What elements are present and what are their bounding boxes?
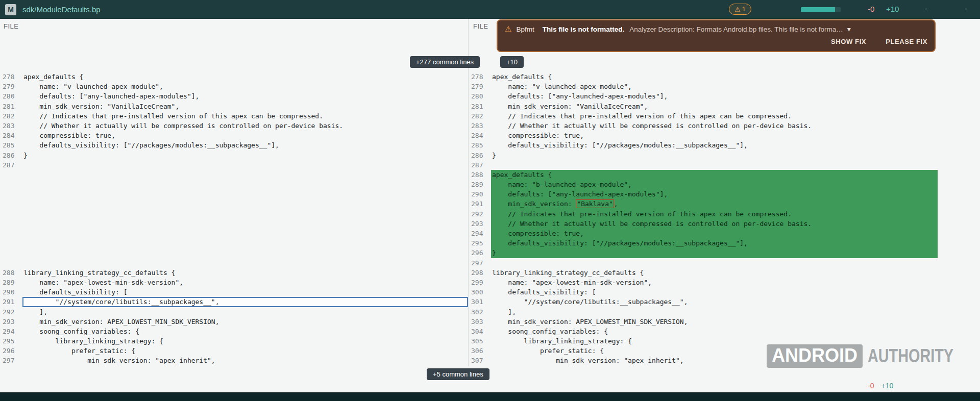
chevron-down-icon[interactable]: ▾ [847,25,851,33]
nav-control-right[interactable]: - [965,4,967,13]
line-number[interactable]: 299 [469,278,491,287]
code-line[interactable]: } [491,248,938,258]
line-number[interactable]: 279 [0,82,22,91]
line-number[interactable]: 291 [469,199,491,209]
line-number[interactable]: 285 [469,140,491,150]
line-number[interactable]: 307 [469,356,491,365]
line-number[interactable]: 292 [0,307,22,317]
line-number[interactable]: 279 [469,82,491,91]
line-number[interactable]: 291 [0,297,22,307]
line-number[interactable]: 287 [0,160,22,170]
line-number[interactable]: 300 [469,287,491,297]
code-line[interactable] [22,199,468,209]
code-line[interactable] [22,180,468,189]
line-number[interactable]: 289 [0,278,22,287]
line-number[interactable]: 288 [469,170,491,180]
code-line[interactable]: defaults_visibility: ["//packages/module… [22,140,468,150]
line-number[interactable]: 288 [0,268,22,278]
code-line[interactable]: soong_config_variables: { [491,327,938,336]
line-number[interactable] [0,219,22,229]
code-line[interactable]: compressible: true, [22,131,468,140]
expand-common-lines-top-button[interactable]: +277 common lines [410,56,480,68]
code-line[interactable]: } [22,151,468,160]
line-number[interactable]: 283 [469,121,491,131]
code-line[interactable]: // Indicates that pre-installed version … [491,111,938,121]
code-line[interactable] [22,238,468,248]
line-number[interactable] [0,170,22,180]
code-line[interactable]: name: "b-launched-apex-module", [491,180,938,189]
line-number[interactable]: 294 [0,327,22,336]
code-line[interactable]: defaults_visibility: [ [22,287,468,297]
line-number[interactable]: 296 [469,248,491,258]
line-number[interactable]: 287 [469,160,491,170]
line-number[interactable]: 289 [469,180,491,189]
code-line[interactable]: // Indicates that pre-installed version … [22,111,468,121]
line-number[interactable] [0,209,22,219]
code-line[interactable]: name: "v-launched-apex-module", [491,82,938,91]
code-line[interactable]: apex_defaults { [491,170,938,180]
line-number[interactable]: 295 [469,238,491,248]
line-number[interactable]: 284 [0,131,22,140]
code-line[interactable]: min_sdk_version: "VanillaIceCream", [491,102,938,111]
code-line[interactable] [22,170,468,180]
added-lines-chip[interactable]: +10 [500,56,524,68]
line-number[interactable]: 298 [469,268,491,278]
line-number[interactable]: 286 [469,151,491,160]
line-number[interactable]: 280 [0,91,22,101]
code-line[interactable]: defaults_visibility: ["//packages/module… [491,238,938,248]
code-line[interactable]: compressible: true, [491,229,938,238]
line-number[interactable]: 305 [469,336,491,346]
code-line[interactable] [22,189,468,199]
line-number[interactable]: 280 [469,91,491,101]
code-line[interactable]: // Whether it actually will be compresse… [491,219,938,229]
code-line[interactable]: name: "apex-lowest-min-sdk-version", [22,278,468,287]
line-number[interactable]: 278 [0,72,22,82]
code-line[interactable]: min_sdk_version: "apex_inherit", [22,356,468,365]
line-number[interactable]: 282 [0,111,22,121]
line-number[interactable]: 290 [469,189,491,199]
line-number[interactable]: 281 [469,102,491,111]
analyzer-fix-highlight[interactable]: "Baklava" [576,199,614,208]
code-line[interactable]: min_sdk_version: APEX_LOWEST_MIN_SDK_VER… [491,317,938,327]
line-number[interactable]: 303 [469,317,491,327]
line-number[interactable] [0,229,22,238]
line-number[interactable]: 293 [469,219,491,229]
line-number[interactable]: 285 [0,140,22,150]
code-line[interactable]: "//system/core/libutils:__subpackages__"… [22,297,468,307]
code-line[interactable] [22,229,468,238]
file-path-link[interactable]: sdk/ModuleDefaults.bp [22,5,101,14]
please-fix-button[interactable]: PLEASE FIX [886,38,927,45]
code-line[interactable]: library_linking_strategy_cc_defaults { [22,268,468,278]
show-fix-button[interactable]: SHOW FIX [831,38,866,45]
code-line[interactable]: ], [22,307,468,317]
code-line[interactable] [22,160,468,170]
code-line[interactable]: soong_config_variables: { [22,327,468,336]
line-number[interactable]: 295 [0,336,22,346]
code-line[interactable]: "//system/core/libutils:__subpackages__"… [491,297,938,307]
code-line[interactable] [22,258,468,268]
code-line[interactable]: ], [491,307,938,317]
code-line[interactable]: defaults_visibility: ["//packages/module… [491,140,938,150]
line-number[interactable] [0,199,22,209]
code-line[interactable]: defaults: ["any-launched-apex-modules"], [491,189,938,199]
line-number[interactable]: 297 [469,258,491,268]
code-line[interactable]: min_sdk_version: "Baklava", [491,199,938,209]
line-number[interactable]: 302 [469,307,491,317]
line-number[interactable] [0,180,22,189]
line-number[interactable]: 301 [469,297,491,307]
code-line[interactable] [491,258,938,268]
code-line[interactable]: // Whether it actually will be compresse… [22,121,468,131]
code-line[interactable]: name: "v-launched-apex-module", [22,82,468,91]
line-number[interactable]: 292 [469,209,491,219]
code-line[interactable]: min_sdk_version: APEX_LOWEST_MIN_SDK_VER… [22,317,468,327]
code-line[interactable]: prefer_static: { [22,346,468,356]
line-number[interactable]: 290 [0,287,22,297]
code-line[interactable]: // Whether it actually will be compresse… [491,121,938,131]
line-number[interactable]: 282 [469,111,491,121]
line-number[interactable]: 306 [469,346,491,356]
line-number[interactable]: 294 [469,229,491,238]
line-number[interactable]: 283 [0,121,22,131]
nav-control-left[interactable]: - [925,4,927,13]
warning-count-pill[interactable]: ⚠ 1 [729,4,751,15]
line-number[interactable] [0,248,22,258]
